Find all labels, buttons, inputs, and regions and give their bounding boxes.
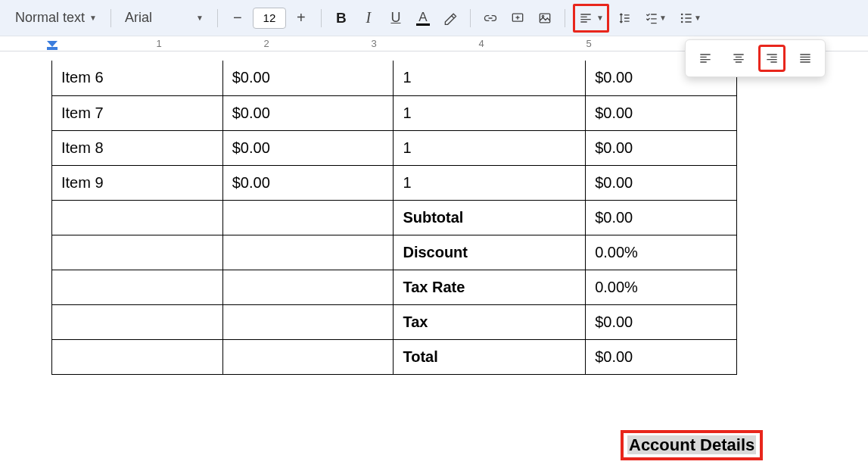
invoice-table[interactable]: Item 6 $0.00 1 $0.00 Item 7 $0.00 1 $0.0… — [51, 61, 737, 375]
table-row: Subtotal $0.00 — [52, 200, 737, 235]
align-right-option[interactable] — [758, 45, 786, 72]
underline-button[interactable]: U — [384, 6, 408, 30]
svg-marker-6 — [47, 41, 58, 47]
cell-label[interactable]: Tax — [394, 304, 586, 339]
svg-point-4 — [681, 17, 683, 19]
separator — [565, 9, 565, 27]
align-justify-icon — [798, 51, 813, 66]
document-page[interactable]: Item 6 $0.00 1 $0.00 Item 7 $0.00 1 $0.0… — [0, 51, 868, 474]
cell-value[interactable]: $0.00 — [586, 200, 737, 235]
svg-point-5 — [681, 20, 683, 23]
table-row: Item 6 $0.00 1 $0.00 — [52, 61, 737, 95]
insert-link-button[interactable] — [478, 6, 502, 30]
align-justify-option[interactable] — [792, 45, 819, 72]
chevron-down-icon: ▼ — [659, 14, 667, 22]
separator — [470, 9, 471, 27]
chevron-down-icon: ▼ — [196, 14, 204, 22]
cell-item[interactable]: Item 7 — [52, 95, 223, 130]
cell-empty[interactable] — [52, 339, 223, 374]
cell-empty[interactable] — [222, 270, 394, 304]
align-options-popup — [685, 39, 826, 77]
cell-value[interactable]: 0.00% — [586, 235, 737, 270]
cell-empty[interactable] — [52, 200, 223, 235]
cell-item[interactable]: Item 9 — [52, 165, 223, 200]
cell-value[interactable]: $0.00 — [586, 304, 737, 339]
paragraph-style-label: Normal text — [15, 10, 85, 26]
table-row: Total $0.00 — [52, 339, 737, 374]
text-color-button[interactable]: A — [411, 6, 435, 30]
ruler-mark: 4 — [478, 38, 484, 49]
chevron-down-icon: ▼ — [694, 14, 702, 22]
cell-empty[interactable] — [222, 304, 394, 339]
svg-point-2 — [542, 15, 543, 17]
checklist-button[interactable]: ▼ — [639, 6, 671, 30]
font-family-label: Arial — [125, 10, 152, 26]
cell-label[interactable]: Tax Rate — [394, 270, 586, 304]
paragraph-style-dropdown[interactable]: Normal text ▼ — [9, 7, 103, 29]
svg-rect-7 — [47, 47, 58, 50]
line-spacing-button[interactable] — [612, 6, 636, 30]
align-left-icon — [578, 11, 593, 26]
align-center-icon — [731, 51, 746, 66]
cell-total[interactable]: $0.00 — [586, 130, 737, 165]
table-row: Item 8 $0.00 1 $0.00 — [52, 130, 737, 165]
table-row: Tax $0.00 — [52, 304, 737, 339]
cell-label[interactable]: Discount — [394, 235, 586, 270]
align-left-icon — [698, 51, 713, 66]
cell-empty[interactable] — [222, 339, 394, 374]
bulleted-list-icon — [679, 11, 694, 26]
line-spacing-icon — [617, 11, 632, 26]
ruler-mark: 3 — [371, 38, 376, 49]
cell-qty[interactable]: 1 — [394, 95, 586, 130]
table-row: Discount 0.00% — [52, 235, 737, 270]
cell-qty[interactable]: 1 — [394, 61, 586, 95]
align-right-icon — [764, 51, 779, 66]
cell-empty[interactable] — [52, 304, 223, 339]
separator — [110, 9, 111, 27]
ruler-mark: 1 — [156, 38, 161, 49]
cell-empty[interactable] — [52, 270, 223, 304]
table-row: Tax Rate 0.00% — [52, 270, 737, 304]
cell-qty[interactable]: 1 — [394, 165, 586, 200]
cell-price[interactable]: $0.00 — [222, 95, 394, 130]
ruler-mark: 5 — [586, 38, 591, 49]
separator — [321, 9, 322, 27]
text-align-dropdown[interactable]: ▼ — [573, 4, 609, 33]
cell-total[interactable]: $0.00 — [586, 165, 737, 200]
italic-button[interactable]: I — [356, 6, 381, 30]
formatting-toolbar: Normal text ▼ Arial ▼ − 12 + B I U A ▼ — [0, 0, 868, 36]
separator — [217, 9, 218, 27]
cell-qty[interactable]: 1 — [394, 130, 586, 165]
text-color-swatch — [416, 23, 430, 26]
insert-image-button[interactable] — [533, 6, 557, 30]
ruler-mark: 2 — [263, 38, 269, 49]
highlight-button[interactable] — [438, 6, 462, 30]
decrease-font-size-button[interactable]: − — [226, 6, 250, 30]
cell-price[interactable]: $0.00 — [222, 130, 394, 165]
align-left-option[interactable] — [692, 45, 719, 72]
chevron-down-icon: ▼ — [89, 14, 97, 22]
bold-button[interactable]: B — [329, 6, 353, 30]
cell-item[interactable]: Item 8 — [52, 130, 223, 165]
highlighter-icon — [443, 11, 458, 26]
svg-point-3 — [681, 13, 683, 15]
cell-label[interactable]: Subtotal — [394, 200, 586, 235]
font-size-input[interactable]: 12 — [253, 8, 286, 29]
cell-empty[interactable] — [52, 235, 223, 270]
bulleted-list-button[interactable]: ▼ — [674, 6, 706, 30]
align-center-option[interactable] — [725, 45, 752, 72]
add-comment-button[interactable] — [506, 6, 530, 30]
cell-value[interactable]: $0.00 — [586, 339, 737, 374]
cell-total[interactable]: $0.00 — [586, 95, 737, 130]
cell-price[interactable]: $0.00 — [222, 61, 394, 95]
cell-empty[interactable] — [222, 235, 394, 270]
font-family-dropdown[interactable]: Arial ▼ — [119, 7, 210, 29]
cell-value[interactable]: 0.00% — [586, 270, 737, 304]
cell-empty[interactable] — [222, 200, 394, 235]
cell-item[interactable]: Item 6 — [52, 61, 223, 95]
account-details-text: Account Details — [627, 435, 756, 454]
account-details-heading[interactable]: Account Details — [621, 430, 763, 460]
cell-price[interactable]: $0.00 — [222, 165, 394, 200]
cell-label[interactable]: Total — [394, 339, 586, 374]
increase-font-size-button[interactable]: + — [289, 6, 313, 30]
